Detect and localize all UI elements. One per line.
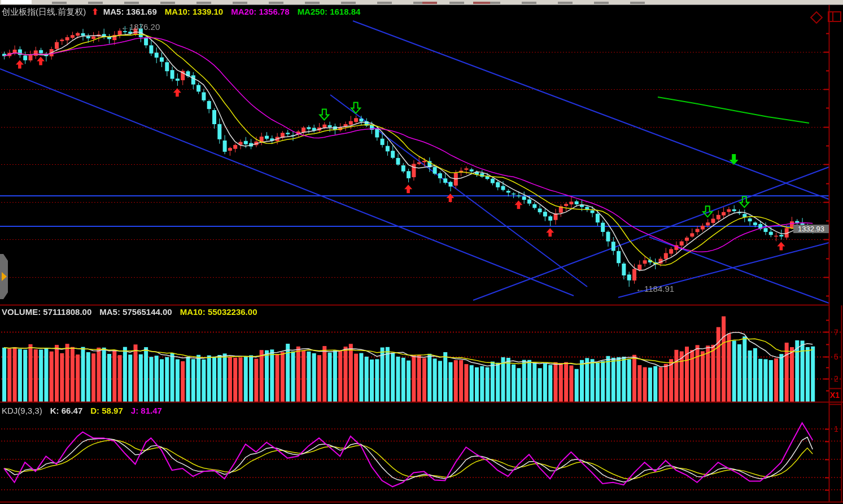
flyout-arrow-icon bbox=[2, 272, 7, 281]
menu-item-hint bbox=[473, 2, 490, 4]
volume-axis-label: 5 bbox=[834, 352, 838, 361]
low-price-annotation: ←1184.91 bbox=[636, 284, 674, 293]
volume-label: VOLUME: 57111808.00 bbox=[2, 307, 91, 317]
menu-text-hints bbox=[52, 2, 650, 4]
kdj-k-label: K: 66.47 bbox=[50, 406, 83, 415]
kdj-axis-label: 1 bbox=[834, 424, 838, 433]
kdj-j-label: J: 81.47 bbox=[131, 406, 162, 415]
split-window-divider bbox=[832, 12, 833, 21]
high-price-annotation: ←1876.20 bbox=[121, 22, 160, 32]
menu-item-hint bbox=[422, 2, 437, 4]
instrument-title: 创业板指(日线.前复权) bbox=[2, 7, 86, 17]
kdj-pane-header: KDJ(9,3,3) K: 66.47 D: 58.97 J: 81.47 bbox=[2, 406, 162, 415]
main-chart-header: 创业板指(日线.前复权) ⬆ MA5: 1361.69 MA10: 1339.1… bbox=[2, 7, 360, 17]
ma250-label: MA250: 1618.84 bbox=[298, 7, 361, 17]
split-window-icon[interactable] bbox=[828, 11, 841, 22]
ma20-label: MA20: 1356.78 bbox=[231, 7, 289, 17]
volume-ma10-label: MA10: 55032236.00 bbox=[180, 307, 257, 317]
flyout-panel-handle[interactable] bbox=[0, 254, 8, 299]
last-price-marker: 1332.93 bbox=[793, 225, 829, 233]
volume-ma5-label: MA5: 57565144.00 bbox=[99, 307, 172, 317]
stock-chart-canvas[interactable] bbox=[0, 0, 843, 504]
volume-pane-header: VOLUME: 57111808.00 MA5: 57565144.00 MA1… bbox=[2, 307, 257, 317]
kdj-d-label: D: 58.97 bbox=[90, 406, 123, 415]
menu-highlight bbox=[1, 0, 32, 4]
kdj-title: KDJ(9,3,3) bbox=[2, 406, 42, 415]
top-menu-bar[interactable] bbox=[0, 0, 843, 5]
volume-axis-label: 2 bbox=[834, 374, 838, 383]
trend-up-arrow-icon: ⬆ bbox=[91, 7, 99, 17]
ma5-label: MA5: 1361.69 bbox=[103, 7, 157, 17]
x1-indicator-cell[interactable]: X1 bbox=[830, 390, 842, 401]
volume-axis-label: 7 bbox=[834, 328, 838, 337]
ma10-label: MA10: 1339.10 bbox=[165, 7, 223, 17]
